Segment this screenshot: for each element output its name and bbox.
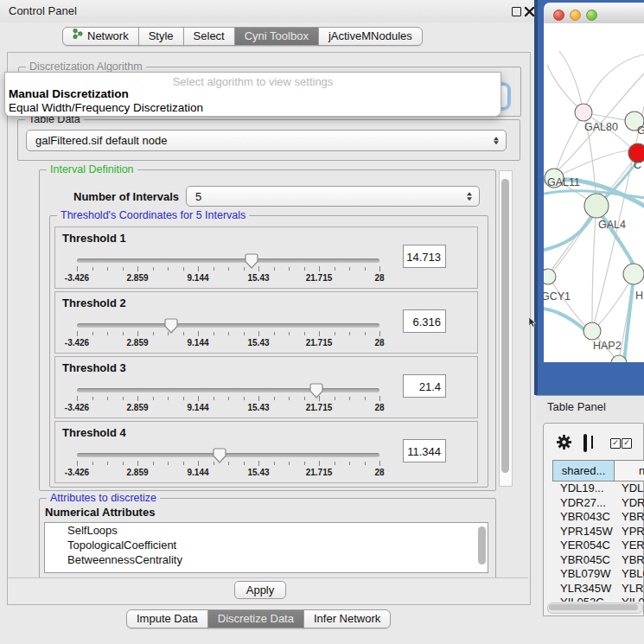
tick-mark	[319, 461, 320, 466]
tab-impute-data[interactable]: Impute Data	[126, 609, 208, 628]
cell-shared-name: YLR345W	[560, 582, 611, 595]
slider-track[interactable]	[77, 453, 379, 457]
network-node[interactable]	[584, 194, 609, 218]
stepper-arrows-icon	[467, 192, 472, 201]
network-edge	[592, 206, 596, 322]
tab-select[interactable]: Select	[183, 27, 235, 46]
list-scrollbar-thumb[interactable]	[478, 526, 486, 564]
table-row[interactable]: YBL079WYBL0	[552, 567, 644, 582]
attribute-list-item[interactable]: TopologicalCoefficient	[45, 538, 488, 552]
apply-button[interactable]: Apply	[234, 581, 286, 599]
network-node-label: HAP2	[593, 340, 622, 352]
main-scrollbar-thumb[interactable]	[501, 179, 509, 473]
float-window-icon[interactable]	[512, 7, 521, 16]
network-window-titlebar[interactable]	[544, 3, 644, 24]
dropdown-item-manual-discretization[interactable]: Manual Discretization	[9, 87, 129, 100]
close-traffic-light-icon[interactable]	[553, 10, 564, 21]
cell-shared-name: YBL079W	[560, 567, 611, 580]
table-header: shared...n	[552, 460, 644, 481]
tab-cyni-toolbox[interactable]: Cyni Toolbox	[234, 27, 319, 46]
tick-label: 21.715	[293, 338, 345, 348]
tab-jactivemnodules[interactable]: jActiveMNodules	[318, 27, 423, 46]
slider-thumb[interactable]	[309, 383, 323, 399]
tick-mark	[92, 397, 93, 400]
slider-track[interactable]	[77, 323, 379, 328]
combobox-value: galFiltered.sif default node	[35, 134, 167, 147]
threshold-card: Threshold 4-3.4262.8599.14415.4321.71528…	[54, 421, 478, 483]
tick-mark	[123, 397, 124, 400]
tick-label: 28	[354, 403, 405, 412]
column-header-shared-[interactable]: shared...	[552, 460, 615, 481]
panel-title: Control Panel	[9, 4, 77, 17]
bottom-tab-bar: Impute DataDiscretize DataInfer Network	[126, 609, 391, 628]
tick-mark	[77, 461, 78, 466]
tick-mark	[183, 397, 184, 400]
tab-style[interactable]: Style	[138, 27, 184, 46]
threshold-value-input[interactable]: 6.316	[403, 309, 446, 333]
group-title: Threshold's Coordinates for 5 Intervals	[57, 209, 249, 222]
tab-infer-network[interactable]: Infer Network	[303, 609, 391, 628]
threshold-value-input[interactable]: 14.713	[403, 245, 446, 268]
columns-icon[interactable]	[583, 434, 587, 452]
network-node[interactable]	[623, 264, 644, 284]
tab-label: Style	[149, 28, 174, 45]
gear-icon[interactable]	[556, 434, 572, 454]
tick-mark	[198, 266, 199, 271]
slider-thumb[interactable]	[245, 253, 258, 269]
tick-mark	[77, 396, 78, 401]
tick-mark	[107, 397, 108, 400]
table-row[interactable]: YLR345WYLR3	[552, 582, 644, 596]
tick-mark	[289, 267, 290, 271]
checkbox-icon[interactable]: ✓	[610, 438, 621, 449]
tick-mark	[107, 462, 108, 465]
tick-mark	[92, 267, 93, 271]
network-canvas[interactable]: GAL80GACGAL11GAL4GCY1HHAP2	[544, 23, 644, 362]
zoom-traffic-light-icon[interactable]	[586, 10, 597, 21]
table-row[interactable]: YER054CYER0	[552, 539, 644, 553]
tick-mark	[365, 462, 366, 465]
table-row[interactable]: YIL052CYIL0	[552, 596, 644, 602]
attribute-list-item[interactable]: SelfLoops	[45, 523, 488, 538]
table-hscrollbar-thumb[interactable]	[549, 604, 638, 610]
table-data-combobox[interactable]: galFiltered.sif default node	[26, 130, 507, 151]
threshold-value-input[interactable]: 21.4	[403, 374, 446, 398]
network-node-label: H	[635, 290, 643, 302]
screen: Control Panel NetworkStyleSelectCyni Too…	[0, 0, 644, 644]
main-scrollbar[interactable]	[499, 170, 513, 487]
network-node-label: GA	[637, 124, 644, 137]
tick-mark	[274, 267, 275, 271]
table-hscrollbar[interactable]	[547, 603, 643, 614]
network-node[interactable]	[583, 322, 601, 340]
threshold-label: Threshold 1	[62, 232, 126, 245]
attribute-list-item[interactable]: BetweennessCentrality	[45, 552, 488, 567]
cell-shared-name: YDL19...	[560, 481, 604, 494]
network-node[interactable]	[544, 269, 556, 284]
cell-name: YDL1	[622, 481, 644, 494]
tick-mark	[304, 462, 305, 465]
tick-mark	[365, 267, 366, 271]
dropdown-item-equal-width-frequency[interactable]: Equal Width/Frequency Discretization	[9, 101, 203, 114]
table-row[interactable]: YBR045CYBR0	[552, 553, 644, 568]
checkbox-icon[interactable]: ✓	[622, 438, 632, 449]
minimize-traffic-light-icon[interactable]	[570, 10, 581, 21]
control-panel-titlebar: Control Panel	[0, 0, 536, 22]
tick-label: 15.43	[233, 468, 284, 477]
table-row[interactable]: YBR043CYBR0	[552, 510, 644, 525]
threshold-value-input[interactable]: 11.344	[403, 439, 446, 462]
table-row[interactable]: YDR27...YDR2	[552, 496, 644, 511]
tick-label: 21.715	[293, 468, 345, 477]
table-row[interactable]: YPR145WYPR1	[552, 525, 644, 539]
tick-mark	[183, 332, 184, 335]
column-header-n[interactable]: n	[615, 460, 644, 481]
tick-mark	[198, 461, 199, 466]
slider-thumb[interactable]	[164, 318, 178, 334]
tab-network[interactable]: Network	[62, 27, 139, 46]
tick-mark	[153, 462, 154, 465]
slider-thumb[interactable]	[213, 448, 226, 463]
table-row[interactable]: YDL19...YDL1	[552, 481, 644, 496]
network-node[interactable]	[575, 104, 592, 121]
num-intervals-combobox[interactable]: 5	[186, 186, 480, 207]
slider-track[interactable]	[77, 258, 379, 263]
tab-discretize-data[interactable]: Discretize Data	[207, 609, 304, 628]
slider-track[interactable]	[77, 388, 379, 392]
